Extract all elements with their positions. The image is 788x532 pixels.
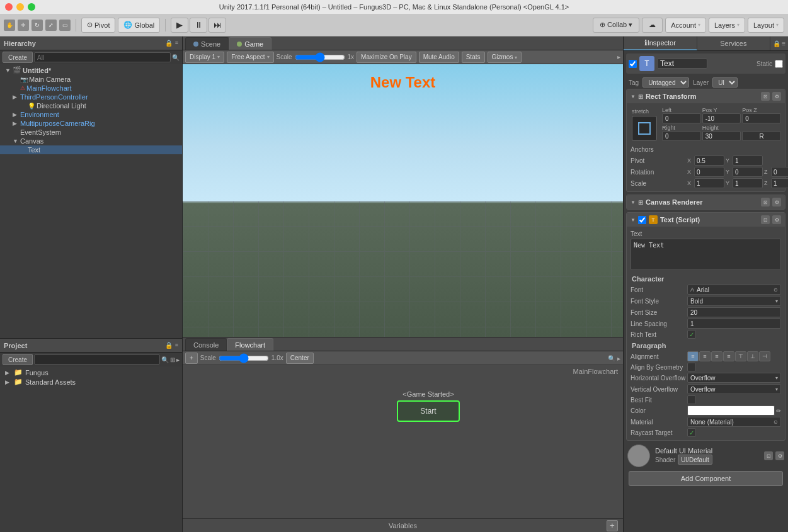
project-create-button[interactable]: Create: [3, 354, 33, 365]
mute-button[interactable]: Mute Audio: [419, 52, 459, 63]
rect-settings-icon[interactable]: ⚙: [772, 92, 781, 101]
project-search-input[interactable]: [34, 354, 160, 365]
line-spacing-value[interactable]: 1: [687, 319, 781, 329]
layout-button[interactable]: Layout ▾: [748, 18, 784, 33]
h-overflow-arrow-icon[interactable]: ▾: [775, 375, 778, 381]
static-checkbox[interactable]: [775, 60, 783, 68]
minimize-button[interactable]: [16, 3, 24, 11]
tree-item-text[interactable]: Text: [0, 145, 182, 154]
global-button[interactable]: 🌐 Global: [118, 18, 160, 33]
add-component-button[interactable]: Add Component: [629, 471, 783, 486]
rot-x-val[interactable]: 0: [694, 167, 724, 177]
align-bottom-btn[interactable]: ⊣: [759, 351, 770, 361]
text-script-header[interactable]: ▼ T Text (Script) ⊡ ⚙: [627, 213, 785, 227]
rich-text-checkbox[interactable]: ✓: [687, 330, 696, 339]
canvas-renderer-header[interactable]: ▼ ⊞ Canvas Renderer ⊡ ⚙: [627, 195, 785, 209]
scale-x-val[interactable]: 1: [694, 178, 724, 188]
gizmos-button[interactable]: Gizmos ▾: [488, 52, 522, 63]
text-settings-icon[interactable]: ⚙: [772, 215, 781, 224]
material-settings-icon[interactable]: ⚙: [775, 451, 784, 460]
best-fit-checkbox[interactable]: [687, 395, 696, 404]
tree-item-untitled[interactable]: ▼ 🎬 Untitled*: [0, 65, 182, 75]
pivot-button[interactable]: ⊙ Pivot: [81, 18, 115, 33]
scale-tool-icon[interactable]: ⤢: [45, 20, 57, 31]
color-picker-icon[interactable]: ✏: [776, 407, 781, 414]
align-right-btn[interactable]: ≡: [711, 351, 722, 361]
scale-y-val[interactable]: 1: [733, 178, 763, 188]
project-collapse-icon[interactable]: ≡: [175, 342, 178, 349]
material-copy-icon[interactable]: ⊡: [764, 451, 773, 460]
collab-button[interactable]: ⊕ Collab ▾: [593, 18, 639, 33]
tree-item-eventsystem[interactable]: EventSystem: [0, 128, 182, 137]
object-name-input[interactable]: [657, 59, 707, 69]
font-style-arrow-icon[interactable]: ▾: [775, 298, 778, 304]
shader-dropdown[interactable]: UI/Default: [678, 455, 712, 465]
scale-z-val[interactable]: 1: [771, 178, 788, 188]
right-val[interactable]: 0: [662, 131, 701, 141]
layers-button[interactable]: Layers ▾: [709, 18, 745, 33]
tab-scene[interactable]: Scene: [185, 37, 229, 50]
aspect-dropdown[interactable]: Free Aspect ▾: [227, 52, 273, 63]
align-middle-btn[interactable]: ⊥: [747, 351, 758, 361]
tree-item-thirdpersoncontroller[interactable]: ▶ ThirdPersonController: [0, 93, 182, 101]
maximize-button[interactable]: [28, 3, 35, 11]
canvas-settings-icon[interactable]: ⚙: [772, 198, 781, 207]
display-dropdown[interactable]: Display 1 ▾: [185, 52, 224, 63]
move-tool-icon[interactable]: ✛: [18, 20, 29, 31]
text-enabled-checkbox[interactable]: [638, 216, 646, 224]
folder-fungus[interactable]: ▶ 📁 Fungus: [0, 368, 182, 377]
center-button[interactable]: Center: [286, 353, 314, 364]
hierarchy-create-button[interactable]: Create: [3, 52, 33, 63]
posz-val[interactable]: 0: [742, 113, 781, 123]
rot-y-val[interactable]: 0: [733, 167, 763, 177]
inspector-lock-icon[interactable]: 🔒: [773, 40, 780, 47]
play-button[interactable]: ▶: [171, 18, 188, 33]
tree-item-maincamera[interactable]: 📷 Main Camera: [0, 75, 182, 84]
canvas-copy-icon[interactable]: ⊡: [761, 198, 770, 207]
rect-tool-icon[interactable]: ▭: [59, 20, 71, 31]
hand-tool-icon[interactable]: ✋: [4, 20, 15, 31]
text-textarea[interactable]: New Text: [631, 239, 781, 270]
hierarchy-collapse-icon[interactable]: ≡: [175, 40, 178, 47]
rot-z-val[interactable]: 0: [771, 167, 788, 177]
font-pick-icon[interactable]: ⊙: [774, 287, 778, 293]
step-button[interactable]: ⏭: [208, 18, 226, 33]
flowchart-scale-slider[interactable]: [219, 353, 269, 363]
height-val[interactable]: 30: [702, 131, 741, 141]
cloud-button[interactable]: ☁: [642, 18, 663, 33]
hierarchy-lock-icon[interactable]: 🔒: [165, 40, 173, 47]
layer-dropdown[interactable]: UI: [712, 77, 738, 88]
align-left-btn[interactable]: ≡: [687, 351, 699, 361]
tab-services[interactable]: Services: [697, 37, 771, 50]
tree-item-mainflowchart[interactable]: ⚠ MainFlowchart: [0, 84, 182, 93]
align-by-geometry-checkbox[interactable]: [687, 363, 696, 371]
text-copy-icon[interactable]: ⊡: [761, 215, 770, 224]
v-overflow-arrow-icon[interactable]: ▾: [775, 387, 778, 392]
align-center-btn[interactable]: ≡: [699, 351, 711, 361]
tab-inspector[interactable]: ℹ Inspector: [624, 37, 697, 50]
pause-button[interactable]: ⏸: [190, 18, 207, 33]
tree-item-multipurposecamerarig[interactable]: ▶ MultipurposeCameraRig: [0, 119, 182, 128]
add-variable-button[interactable]: +: [607, 520, 618, 531]
tab-console[interactable]: Console: [185, 338, 227, 351]
anchor-widget[interactable]: [632, 116, 657, 141]
r-button[interactable]: R: [742, 131, 781, 141]
rotate-tool-icon[interactable]: ↻: [31, 20, 43, 31]
maximize-button[interactable]: Maximize On Play: [357, 52, 416, 63]
pivot-x-val[interactable]: 0.5: [694, 156, 724, 166]
close-button[interactable]: [5, 3, 13, 11]
posy-val[interactable]: -10: [702, 113, 741, 123]
project-lock-icon[interactable]: 🔒: [165, 342, 173, 349]
object-enabled-checkbox[interactable]: [629, 60, 637, 68]
account-button[interactable]: Account ▾: [665, 18, 706, 33]
tab-game[interactable]: Game: [229, 37, 271, 50]
tree-item-canvas[interactable]: ▼ Canvas: [0, 137, 182, 145]
pivot-y-val[interactable]: 1: [733, 156, 763, 166]
rect-transform-header[interactable]: ▼ ⊞ Rect Transform ⊡ ⚙: [627, 89, 785, 103]
color-swatch[interactable]: [687, 405, 775, 416]
hierarchy-search-input[interactable]: [34, 52, 171, 62]
tag-dropdown[interactable]: Untagged: [642, 77, 689, 88]
folder-standard-assets[interactable]: ▶ 📁 Standard Assets: [0, 377, 182, 387]
stats-button[interactable]: Stats: [462, 52, 485, 63]
scale-slider[interactable]: [295, 52, 345, 62]
